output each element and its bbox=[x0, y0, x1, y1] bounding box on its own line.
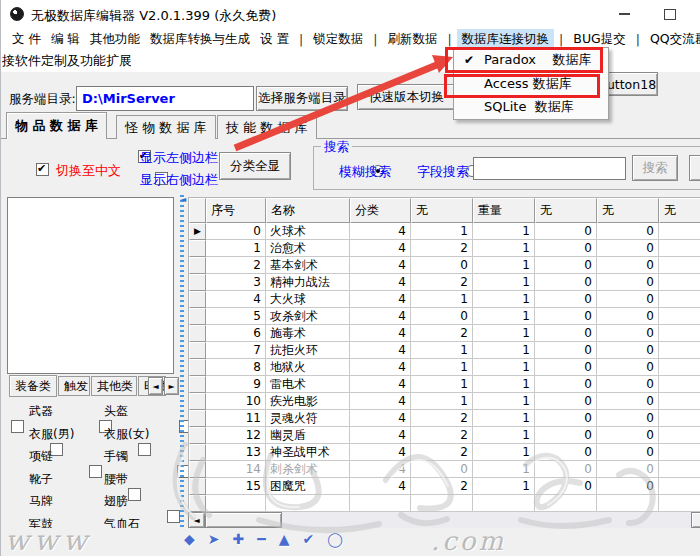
table-cell[interactable]: 1 bbox=[473, 359, 535, 376]
table-row[interactable]: 14刺杀剑术40100 bbox=[189, 461, 700, 478]
table-cell[interactable]: 0 bbox=[535, 291, 597, 308]
table-cell[interactable] bbox=[411, 495, 473, 512]
table-row[interactable]: 15困魔咒42100 bbox=[189, 478, 700, 495]
table-cell[interactable]: 4 bbox=[350, 461, 411, 478]
table-row-empty[interactable] bbox=[189, 495, 700, 512]
table-cell[interactable]: 1 bbox=[473, 274, 535, 291]
table-cell[interactable]: 0 bbox=[535, 223, 597, 240]
row-selector[interactable] bbox=[189, 274, 206, 291]
row-selector[interactable] bbox=[189, 240, 206, 257]
table-cell[interactable]: 0 bbox=[535, 359, 597, 376]
table-cell[interactable] bbox=[659, 274, 700, 291]
table-cell[interactable]: 0 bbox=[535, 461, 597, 478]
search-input[interactable] bbox=[473, 157, 626, 180]
table-cell[interactable]: 12 bbox=[206, 427, 266, 444]
table-cell[interactable]: 0 bbox=[535, 427, 597, 444]
table-row[interactable]: 12幽灵盾42100 bbox=[189, 427, 700, 444]
table-cell[interactable]: 2 bbox=[411, 410, 473, 427]
table-cell[interactable]: 1 bbox=[411, 291, 473, 308]
row-selector[interactable] bbox=[189, 325, 206, 342]
filter-checkbox[interactable] bbox=[128, 488, 141, 501]
table-cell[interactable]: 攻杀剑术 bbox=[266, 308, 350, 325]
row-selector[interactable] bbox=[189, 342, 206, 359]
table-cell[interactable]: 0 bbox=[535, 393, 597, 410]
column-header[interactable]: 名称 bbox=[266, 198, 350, 223]
table-row[interactable]: 1治愈术42100 bbox=[189, 240, 700, 257]
menu-item[interactable]: QQ交流群 bbox=[645, 29, 700, 50]
category-listbox[interactable] bbox=[7, 197, 174, 374]
table-cell[interactable]: 幽灵盾 bbox=[266, 427, 350, 444]
table-cell[interactable]: 0 bbox=[597, 342, 659, 359]
table-cell[interactable] bbox=[350, 495, 411, 512]
table-cell[interactable]: 1 bbox=[473, 427, 535, 444]
table-cell[interactable]: 施毒术 bbox=[266, 325, 350, 342]
table-cell[interactable]: 1 bbox=[473, 393, 535, 410]
menu-item[interactable]: 其他功能 bbox=[85, 29, 145, 50]
scroll-left-button[interactable]: ◄ bbox=[188, 512, 205, 528]
panel-splitter[interactable] bbox=[180, 195, 184, 556]
row-selector[interactable] bbox=[189, 308, 206, 325]
table-cell[interactable] bbox=[659, 495, 700, 512]
table-cell[interactable]: 0 bbox=[535, 444, 597, 461]
table-cell[interactable]: 1 bbox=[473, 410, 535, 427]
table-cell[interactable]: 0 bbox=[535, 257, 597, 274]
table-cell[interactable]: 4 bbox=[350, 240, 411, 257]
category-tab[interactable]: 其他类 bbox=[91, 376, 137, 396]
table-cell[interactable] bbox=[659, 308, 700, 325]
table-cell[interactable]: 0 bbox=[535, 478, 597, 495]
table-cell[interactable]: 9 bbox=[206, 376, 266, 393]
table-cell[interactable]: 0 bbox=[535, 376, 597, 393]
table-cell[interactable]: 雷电术 bbox=[266, 376, 350, 393]
table-cell[interactable]: 4 bbox=[350, 393, 411, 410]
table-cell[interactable]: 0 bbox=[597, 274, 659, 291]
column-header[interactable]: 无 bbox=[659, 198, 700, 223]
table-cell[interactable] bbox=[659, 393, 700, 410]
table-cell[interactable]: 0 bbox=[597, 376, 659, 393]
table-cell[interactable]: 6 bbox=[206, 325, 266, 342]
table-cell[interactable] bbox=[659, 325, 700, 342]
table-cell[interactable] bbox=[659, 427, 700, 444]
table-row[interactable]: 5攻杀剑术40100 bbox=[189, 308, 700, 325]
table-cell[interactable]: 1 bbox=[473, 240, 535, 257]
table-cell[interactable]: 治愈术 bbox=[266, 240, 350, 257]
table-cell[interactable] bbox=[659, 257, 700, 274]
table-cell[interactable]: 7 bbox=[206, 342, 266, 359]
table-cell[interactable] bbox=[206, 495, 266, 512]
table-cell[interactable]: 4 bbox=[350, 274, 411, 291]
table-cell[interactable]: 1 bbox=[473, 308, 535, 325]
search-button[interactable]: 搜索 bbox=[632, 155, 678, 181]
table-row[interactable]: 11灵魂火符42100 bbox=[189, 410, 700, 427]
table-cell[interactable]: 1 bbox=[473, 342, 535, 359]
menu-item[interactable]: 数据库转换与生成 bbox=[145, 29, 255, 50]
classify-show-all-button[interactable]: 分类全显 bbox=[219, 152, 291, 180]
table-cell[interactable]: 0 bbox=[597, 291, 659, 308]
row-selector[interactable] bbox=[189, 359, 206, 376]
column-header[interactable]: 无 bbox=[535, 198, 597, 223]
table-cell[interactable]: 0 bbox=[597, 223, 659, 240]
menu-item[interactable]: 锁定数据 bbox=[308, 29, 368, 50]
table-cell[interactable] bbox=[659, 291, 700, 308]
table-cell[interactable]: 15 bbox=[206, 478, 266, 495]
menu-item[interactable]: 编 辑 bbox=[46, 29, 85, 50]
quick-version-switch-button[interactable]: 快速版本切换 bbox=[357, 84, 456, 110]
table-cell[interactable]: 0 bbox=[597, 444, 659, 461]
table-cell[interactable]: 2 bbox=[206, 257, 266, 274]
table-row[interactable]: 10疾光电影41100 bbox=[189, 393, 700, 410]
table-cell[interactable]: 灵魂火符 bbox=[266, 410, 350, 427]
table-cell[interactable]: 刺杀剑术 bbox=[266, 461, 350, 478]
table-cell[interactable]: 困魔咒 bbox=[266, 478, 350, 495]
maximize-button[interactable] bbox=[647, 0, 692, 28]
table-cell[interactable]: 1 bbox=[473, 461, 535, 478]
menu-item[interactable]: 文 件 bbox=[7, 29, 46, 50]
filter-checkbox[interactable] bbox=[89, 465, 102, 478]
filter-checkbox[interactable] bbox=[11, 420, 24, 433]
column-header[interactable]: 无 bbox=[411, 198, 473, 223]
table-row[interactable]: 13神圣战甲术42100 bbox=[189, 444, 700, 461]
splitter-top-arrow-icon[interactable]: ◄ bbox=[180, 196, 186, 204]
table-cell[interactable]: 1 bbox=[473, 257, 535, 274]
table-cell[interactable] bbox=[659, 461, 700, 478]
table-cell[interactable]: 2 bbox=[411, 444, 473, 461]
table-cell[interactable]: 8 bbox=[206, 359, 266, 376]
column-header[interactable]: 无 bbox=[597, 198, 659, 223]
column-header[interactable]: 重量 bbox=[473, 198, 535, 223]
